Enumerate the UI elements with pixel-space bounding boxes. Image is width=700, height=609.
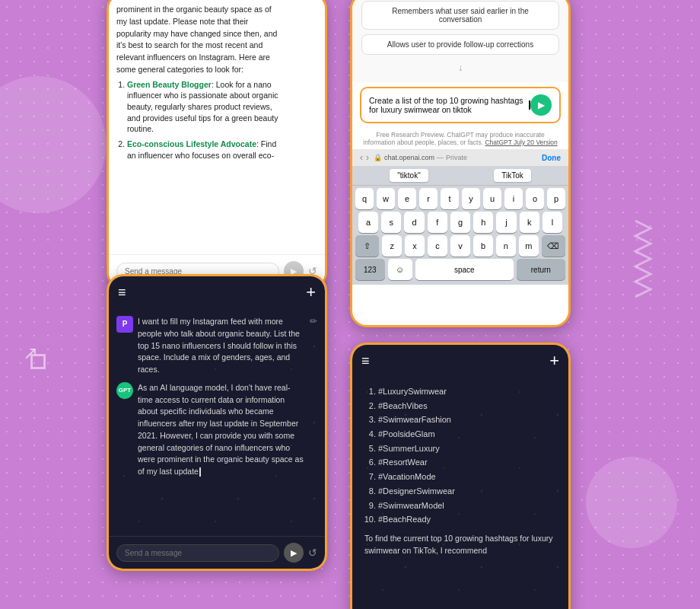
send-button-3[interactable]: ▶ (530, 94, 552, 116)
chat-header-4: ≡ + (352, 345, 568, 377)
send-button-2[interactable]: ▶ (284, 543, 304, 563)
backspace-key[interactable]: ⌫ (542, 235, 565, 257)
keyboard-3: "tiktok" TikTok q w e r t y u i o p a s … (352, 166, 568, 285)
key-w[interactable]: w (377, 188, 395, 209)
message-row-ai-1: prominent in the organic beauty space as… (116, 4, 317, 164)
message-input-2[interactable] (116, 544, 279, 562)
url-privacy-3: — (437, 154, 444, 161)
key-e[interactable]: e (398, 188, 416, 209)
info-box-3-2: Allows user to provide follow-up correct… (361, 34, 559, 55)
key-i[interactable]: i (504, 188, 523, 209)
key-z[interactable]: z (382, 235, 402, 257)
key-d[interactable]: d (404, 212, 424, 233)
key-g[interactable]: g (450, 212, 470, 233)
back-button-3[interactable]: ‹ (360, 152, 363, 163)
keyboard-row-4: 123 ☺ space return (355, 259, 565, 280)
key-c[interactable]: c (428, 235, 447, 257)
return-key[interactable]: return (517, 259, 565, 280)
influencer-categories-list: Green Beauty Blogger: Look for a nano in… (116, 79, 284, 161)
key-m[interactable]: m (519, 235, 539, 257)
key-k[interactable]: k (520, 212, 539, 233)
keyboard-row-3: ⇧ z x c v b n m ⌫ (355, 235, 565, 257)
nav-arrows-3: ‹ › (360, 152, 369, 163)
done-button-3[interactable]: Done (542, 154, 561, 162)
key-r[interactable]: r (419, 188, 438, 209)
hashtag-list-body: #LuxurySwimwear #BeachVibes #SwimwearFas… (352, 377, 568, 609)
ai-message-row-2: GPT As an AI language model, I don't hav… (116, 382, 317, 478)
chat-input-active-3[interactable]: Create a list of the top 10 growing hash… (360, 87, 561, 123)
keyboard-row-2: a s d f g h j k l (358, 212, 562, 233)
ai-message-1: prominent in the organic beauty space as… (116, 4, 284, 164)
key-s[interactable]: s (381, 212, 401, 233)
key-t[interactable]: t (441, 188, 459, 209)
info-section-3: Remembers what user said earlier in the … (352, 0, 568, 82)
suggestion-1[interactable]: "tiktok" (390, 169, 428, 182)
hashtag-ordered-list: #LuxurySwimwear #BeachVibes #SwimwearFas… (364, 384, 556, 527)
key-o[interactable]: o (526, 188, 544, 209)
phone-frame-2: ≡ + P I want to fill my Instagram feed w… (107, 274, 327, 571)
key-b[interactable]: b (473, 235, 493, 257)
key-suggestions-row: "tiktok" TikTok (352, 166, 568, 186)
plus-icon-4[interactable]: + (549, 351, 559, 371)
list-item-2: Eco-conscious Lifestyle Advocate: Find a… (127, 139, 284, 161)
emoji-key[interactable]: ☺ (388, 259, 412, 280)
chat-body-1: prominent in the organic beauty space as… (109, 0, 325, 254)
chat-body-2: P I want to fill my Instagram feed with … (109, 308, 325, 536)
list-item-1: Green Beauty Blogger: Look for a nano in… (127, 79, 284, 135)
user-avatar-2: P (116, 316, 133, 333)
decorative-arrow: ↗ (23, 343, 38, 364)
lock-icon-3: 🔒 (374, 154, 382, 161)
info-box-3-1: Remembers what user said earlier in the … (361, 1, 559, 30)
hashtag-item-4: #PoolsideGlam (378, 427, 556, 442)
hashtag-footer-text: To find the current top 10 growing hasht… (364, 533, 556, 557)
key-j[interactable]: j (496, 212, 516, 233)
list-item-2-title: Eco-conscious Lifestyle Advocate (127, 139, 256, 148)
text-cursor-2 (199, 467, 201, 477)
key-n[interactable]: n (496, 235, 516, 257)
user-message-row-2: P I want to fill my Instagram feed with … (116, 316, 317, 376)
hashtag-item-1: #LuxurySwimwear (378, 384, 556, 399)
shift-key[interactable]: ⇧ (355, 235, 379, 257)
hashtag-item-9: #SwimwearModel (378, 499, 556, 513)
phone-frame-1: prominent in the organic beauty space as… (107, 0, 327, 289)
ai-avatar-2: GPT (116, 382, 133, 399)
user-message-2: I want to fill my Instagram feed with mo… (138, 316, 305, 376)
keyboard-row-1: q w e r t y u i o p (355, 188, 565, 209)
chat-header-2: ≡ + (109, 276, 325, 308)
hashtag-item-6: #ResortWear (378, 455, 556, 470)
phone-frame-4: ≡ + #LuxurySwimwear #BeachVibes #Swimwea… (350, 343, 571, 609)
input-text-3: Create a list of the top 10 growing hash… (369, 96, 528, 114)
forward-button-3[interactable]: › (366, 152, 369, 163)
numbers-key[interactable]: 123 (355, 259, 385, 280)
key-p[interactable]: p (547, 188, 565, 209)
key-x[interactable]: x (405, 235, 425, 257)
key-a[interactable]: a (358, 212, 378, 233)
regenerate-button-2[interactable]: ↺ (308, 547, 317, 559)
suggestion-2[interactable]: TikTok (494, 169, 531, 182)
key-f[interactable]: f (428, 212, 447, 233)
ai-message-2: As an AI language model, I don't have re… (138, 382, 305, 478)
phone-frame-3: Remembers what user said earlier in the … (350, 0, 571, 327)
space-key[interactable]: space (415, 259, 514, 280)
hashtag-item-10: #BeachReady (378, 512, 556, 527)
list-item-1-title: Green Beauty Blogger (127, 80, 212, 89)
chat-input-area-2: ▶ ↺ (109, 536, 325, 569)
plus-icon-2[interactable]: + (306, 282, 316, 302)
url-bar-3: ‹ › 🔒 chat.openai.com — Private Done (352, 149, 568, 166)
key-y[interactable]: y (462, 188, 480, 209)
scroll-arrow-3[interactable]: ↓ (361, 59, 559, 76)
disclaimer-3: Free Research Preview. ChatGPT may produ… (352, 128, 568, 149)
key-u[interactable]: u (483, 188, 501, 209)
disclaimer-link-3[interactable]: ChatGPT July 20 Version (485, 139, 557, 146)
hashtag-item-5: #SummerLuxury (378, 442, 556, 456)
edit-message-button-2[interactable]: ✏ (310, 316, 317, 327)
hashtag-item-8: #DesignerSwimwear (378, 484, 556, 499)
key-q[interactable]: q (355, 188, 374, 209)
hashtag-item-3: #SwimwearFashion (378, 413, 556, 427)
menu-icon-4[interactable]: ≡ (361, 353, 370, 369)
menu-icon-2[interactable]: ≡ (118, 285, 126, 301)
key-l[interactable]: l (542, 212, 562, 233)
key-h[interactable]: h (473, 212, 493, 233)
hashtag-item-2: #BeachVibes (378, 399, 556, 413)
key-v[interactable]: v (450, 235, 470, 257)
